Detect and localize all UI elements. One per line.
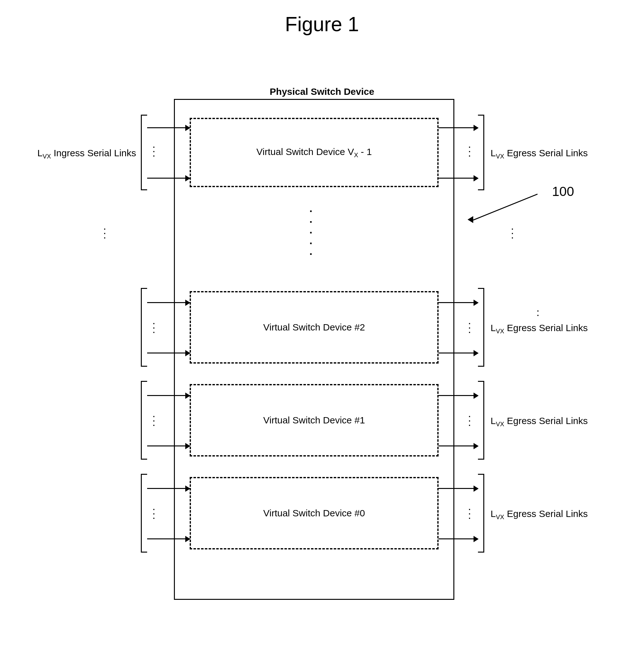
arrow-icon bbox=[147, 488, 190, 489]
arrow-icon bbox=[439, 353, 478, 353]
virtual-switch-2: Virtual Switch Device #2 bbox=[190, 291, 439, 363]
arrow-icon bbox=[439, 445, 478, 446]
arrow-icon bbox=[439, 178, 478, 179]
vertical-dots-icon: ... bbox=[468, 412, 471, 426]
arrow-icon bbox=[439, 488, 478, 489]
egress-bracket-0 bbox=[478, 474, 484, 552]
arrow-icon bbox=[439, 395, 478, 396]
egress-links-label-0: LVX Egress Serial Links bbox=[490, 509, 610, 521]
vsd0-label: Virtual Switch Device #0 bbox=[263, 508, 365, 519]
arrowhead-icon bbox=[467, 216, 473, 223]
vertical-dots-icon: ... bbox=[468, 505, 471, 519]
virtual-switch-top: Virtual Switch Device VX - 1 bbox=[190, 118, 439, 187]
arrow-icon bbox=[439, 538, 478, 539]
arrow-icon bbox=[439, 302, 478, 303]
ingress-bracket-0 bbox=[141, 474, 147, 552]
egress-bracket-2 bbox=[478, 288, 484, 367]
callout-number: 100 bbox=[552, 184, 574, 199]
arrow-icon bbox=[147, 127, 190, 128]
vertical-dots-icon: ... bbox=[104, 225, 106, 238]
vertical-dots-icon: ... bbox=[153, 320, 155, 333]
vertical-dots-icon: ..... bbox=[309, 203, 312, 256]
vertical-dots-icon: ... bbox=[153, 412, 155, 426]
egress-bracket-top bbox=[478, 115, 484, 190]
diagram: Physical Switch Device Virtual Switch De… bbox=[39, 86, 605, 606]
ingress-links-label: LVX Ingress Serial Links bbox=[16, 148, 136, 160]
vsd2-label: Virtual Switch Device #2 bbox=[263, 322, 365, 333]
arrow-icon bbox=[147, 353, 190, 353]
egress-links-label-1: LVX Egress Serial Links bbox=[490, 416, 610, 428]
vertical-dots-icon: .. bbox=[537, 307, 539, 316]
vertical-dots-icon: ... bbox=[153, 505, 155, 519]
egress-bracket-1 bbox=[478, 381, 484, 459]
vertical-dots-icon: ... bbox=[468, 143, 471, 156]
arrow-icon bbox=[439, 127, 478, 128]
virtual-switch-0: Virtual Switch Device #0 bbox=[190, 477, 439, 549]
vertical-dots-icon: ... bbox=[153, 143, 155, 156]
vertical-dots-icon: ... bbox=[468, 320, 471, 333]
egress-links-label-2: LVX Egress Serial Links bbox=[490, 323, 610, 335]
arrow-icon bbox=[147, 302, 190, 303]
figure-title: Figure 1 bbox=[13, 13, 631, 36]
arrow-icon bbox=[147, 538, 190, 539]
vsd-top-label: Virtual Switch Device VX - 1 bbox=[256, 146, 372, 159]
callout-line bbox=[473, 194, 537, 220]
ingress-bracket-1 bbox=[141, 381, 147, 459]
vsd1-label: Virtual Switch Device #1 bbox=[263, 415, 365, 426]
arrow-icon bbox=[147, 395, 190, 396]
virtual-switch-1: Virtual Switch Device #1 bbox=[190, 384, 439, 456]
physical-switch-title: Physical Switch Device bbox=[270, 86, 374, 97]
ingress-bracket-top bbox=[141, 115, 147, 190]
egress-links-label-top: LVX Egress Serial Links bbox=[490, 148, 610, 160]
vertical-dots-icon: ... bbox=[511, 225, 513, 238]
ingress-bracket-2 bbox=[141, 288, 147, 367]
arrow-icon bbox=[147, 445, 190, 446]
arrow-icon bbox=[147, 178, 190, 179]
